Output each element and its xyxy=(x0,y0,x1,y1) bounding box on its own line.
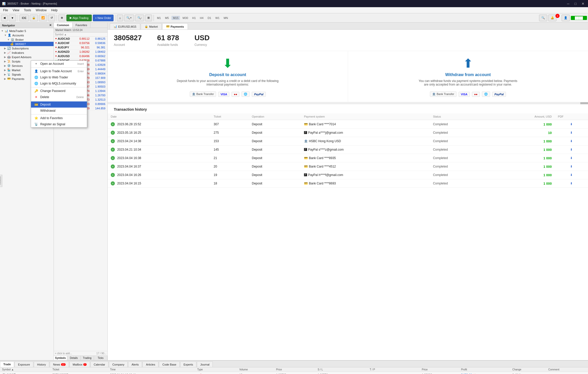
ctx-delete[interactable]: ✕ Delete Delete xyxy=(31,94,87,100)
tx-download[interactable]: ⬇ xyxy=(555,129,588,137)
bank-transfer-logo[interactable]: 🏦 Bank Transfer xyxy=(190,91,216,97)
tf-mn[interactable]: MN xyxy=(222,16,229,20)
search-button[interactable]: 🔍 xyxy=(539,15,547,21)
notifications-button[interactable]: 🔔 xyxy=(548,15,556,21)
scrollbar-thumb[interactable] xyxy=(580,102,588,104)
grid-button[interactable]: ⊞ xyxy=(145,15,152,21)
nav-item-account-3805827[interactable]: 💰 3805827 xyxy=(0,42,54,46)
th-change[interactable]: Change xyxy=(510,367,546,372)
tx-download[interactable]: ⬇ xyxy=(555,171,588,179)
th-volume[interactable]: Volume xyxy=(237,367,274,372)
new-order-button[interactable]: + New Order xyxy=(93,15,114,21)
tf-d1[interactable]: D1 xyxy=(206,16,213,20)
nav-item-broker[interactable]: ▼ 🏢 Broker xyxy=(0,37,54,42)
th-type[interactable]: Type xyxy=(195,367,237,372)
tf-h1[interactable]: H1 xyxy=(191,16,197,20)
nav-item-indicators[interactable]: ▶ 📈 Indicators xyxy=(0,50,54,55)
term-tab-experts[interactable]: Experts xyxy=(180,361,196,367)
term-tab-news[interactable]: News 12 xyxy=(50,361,69,367)
mastercard-logo[interactable]: ●● xyxy=(231,92,239,97)
menu-help[interactable]: Help xyxy=(49,8,60,13)
th-date[interactable]: Date xyxy=(108,113,211,120)
th-tp[interactable]: T / P xyxy=(368,367,420,372)
paypal-logo[interactable]: PayPal xyxy=(252,92,266,97)
th-status[interactable]: Status xyxy=(430,113,489,120)
ctx-add-favorites[interactable]: ⭐ Add to Favorites xyxy=(31,115,87,121)
tx-download[interactable]: ⬇ xyxy=(555,146,588,154)
navigator-close[interactable]: ✕ xyxy=(49,24,52,27)
ctx-change-password[interactable]: 🔑 Change Password xyxy=(31,88,87,94)
th-comment[interactable]: Comment xyxy=(546,367,588,372)
mw-tab-common[interactable]: Common xyxy=(54,23,73,28)
back-button[interactable]: ◀ xyxy=(1,15,8,21)
ctx-login-web[interactable]: 🌐 Login to Web Trader xyxy=(31,74,87,80)
tf-w1[interactable]: W1 xyxy=(214,16,221,20)
tab-market[interactable]: 🔒 Market xyxy=(141,23,162,29)
add-button[interactable]: + xyxy=(548,373,550,374)
tf-m5[interactable]: M5 xyxy=(164,16,170,20)
market-watch-row[interactable]: ▼ AUDNZD 1.08282 1.08402 xyxy=(54,50,107,54)
deposit-title[interactable]: Deposit to account xyxy=(209,72,246,77)
withdraw-title[interactable]: Withdraw from account xyxy=(445,72,491,77)
tf-m15[interactable]: M15 xyxy=(171,16,180,20)
term-tab-history[interactable]: History xyxy=(34,361,49,367)
th-ticket[interactable]: Ticket xyxy=(211,113,249,120)
mw-btab-symbols[interactable]: Symbols xyxy=(54,356,67,360)
term-tab-exposure[interactable]: Exposure xyxy=(15,361,33,367)
tx-download[interactable]: ⬇ xyxy=(555,120,588,129)
menu-tools[interactable]: Tools xyxy=(22,8,33,13)
zoom-in-button[interactable]: 🔍+ xyxy=(124,15,134,21)
bank-transfer-logo-w[interactable]: 🏦 Bank Transfer xyxy=(430,91,457,97)
col-symbol[interactable]: Symbol ▲ xyxy=(55,33,74,36)
tx-download[interactable]: ⬇ xyxy=(555,154,588,162)
ctx-register-signal[interactable]: 📡 Register as Signal xyxy=(31,121,87,127)
nav-item-subscriptions[interactable]: ▶ 🔄 Subscriptions xyxy=(0,46,54,50)
th-profit[interactable]: Profit xyxy=(459,367,510,372)
term-tab-company[interactable]: Company xyxy=(109,361,128,367)
th-ticket[interactable]: Ticket xyxy=(50,367,108,372)
chart-type-button[interactable]: ⌂ xyxy=(117,15,123,21)
ctx-login-trade[interactable]: 👤 Login to Trade Account Enter xyxy=(31,68,87,74)
tf-m1[interactable]: M1 xyxy=(155,16,162,20)
tf-h4[interactable]: H4 xyxy=(198,16,205,20)
th-sl[interactable]: S / L xyxy=(316,367,368,372)
visa-logo-w[interactable]: VISA xyxy=(459,92,470,97)
term-tab-articles[interactable]: Articles xyxy=(143,361,158,367)
mw-add-symbol[interactable]: + click to add... 17 / 90... xyxy=(54,351,107,356)
term-tab-trade[interactable]: Trade xyxy=(0,361,14,367)
nav-item-expert-advisors[interactable]: ▶ 🤖 Expert Advisors xyxy=(0,55,54,59)
metatrader-button[interactable]: ⊕ xyxy=(58,15,65,21)
globe-payment-logo[interactable]: 🌐 xyxy=(241,91,250,97)
algo-trading-button[interactable]: ▶ Algo Trading xyxy=(66,15,92,21)
tx-download[interactable]: ⬇ xyxy=(555,137,588,146)
ctx-deposit[interactable]: 💳 Deposit xyxy=(31,101,87,108)
zoom-out-button[interactable]: 🔍- xyxy=(135,15,144,21)
dropdown-button[interactable]: ▼ xyxy=(9,15,16,21)
mw-tab-favorites[interactable]: Favorites xyxy=(73,23,90,28)
menu-view[interactable]: View xyxy=(11,8,21,13)
ctx-open-account[interactable]: + Open an Account Insert xyxy=(31,61,87,67)
th-payment[interactable]: Payment system xyxy=(301,113,430,120)
tx-download[interactable]: ⬇ xyxy=(555,162,588,171)
term-tab-calendar[interactable]: Calendar xyxy=(90,361,109,367)
tab-payments[interactable]: 💳 Payments xyxy=(162,23,188,29)
th-pdf[interactable]: PDF xyxy=(555,113,588,120)
term-tab-journal[interactable]: Journal xyxy=(197,361,213,367)
term-tab-codebase[interactable]: Code Base xyxy=(159,361,179,367)
window-controls[interactable]: ─ □ ✕ xyxy=(565,1,586,6)
th-cur-price[interactable]: Price xyxy=(420,367,459,372)
mw-btab-ticks[interactable]: Ticks xyxy=(94,356,107,360)
menu-window[interactable]: Window xyxy=(34,8,49,13)
th-amount[interactable]: Amount, USD xyxy=(489,113,555,120)
market-watch-row[interactable]: ▼ AUDUSD 0.66496 0.66562 xyxy=(54,54,107,58)
market-watch-row[interactable]: ▼ AUDCAD 0.88112 0.88125 xyxy=(54,37,107,41)
tab-eurusd-m15[interactable]: 📊 EURUSD,M15 xyxy=(110,23,140,29)
tf-m30[interactable]: M30 xyxy=(181,16,189,20)
user-button[interactable]: 👤 xyxy=(562,15,570,21)
sl-close[interactable]: ✕ xyxy=(329,373,331,374)
signal-button[interactable]: 📶 xyxy=(39,15,47,21)
ctx-login-mql5[interactable]: 🌐 Login to MQL5.community xyxy=(31,80,87,87)
ide-button[interactable]: IDE xyxy=(19,15,29,21)
minimize-button[interactable]: ─ xyxy=(565,1,571,6)
mw-btab-details[interactable]: Details xyxy=(67,356,80,360)
